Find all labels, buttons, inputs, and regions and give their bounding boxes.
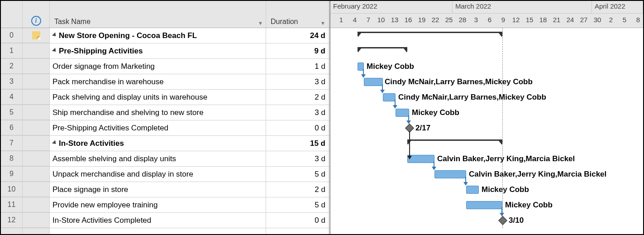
row-index[interactable]: 10 bbox=[1, 182, 23, 197]
link-arrow-icon bbox=[463, 177, 469, 186]
day-label: 27 bbox=[577, 16, 590, 24]
table-row[interactable]: 5Ship merchandise and shelving to new st… bbox=[1, 105, 329, 120]
table-row[interactable]: 11Provide new employee training5 d bbox=[1, 197, 329, 213]
duration-cell[interactable]: 5 d bbox=[266, 197, 329, 212]
row-index[interactable]: 7 bbox=[1, 136, 23, 151]
table-row[interactable]: 1Pre-Shipping Activities9 d bbox=[1, 43, 329, 59]
expander-icon[interactable] bbox=[52, 48, 57, 53]
task-name-header-label: Task Name bbox=[54, 18, 91, 26]
row-index[interactable]: 8 bbox=[1, 151, 23, 166]
day-label: 9 bbox=[497, 16, 510, 24]
duration-cell[interactable]: 15 d bbox=[266, 136, 329, 151]
day-label: 6 bbox=[483, 16, 496, 24]
task-name-label: Pack merchandise in warehouse bbox=[52, 77, 164, 86]
indicator-header[interactable]: i bbox=[23, 1, 50, 28]
month-label: March 2022 bbox=[453, 1, 592, 13]
duration-header[interactable]: Duration ▼ bbox=[266, 1, 329, 28]
milestone-label: 2/17 bbox=[415, 124, 430, 133]
row-index[interactable]: 5 bbox=[1, 105, 23, 120]
day-label: 8 bbox=[632, 16, 644, 24]
duration-cell[interactable]: 3 d bbox=[266, 74, 329, 89]
dropdown-icon[interactable]: ▼ bbox=[258, 20, 263, 26]
day-label: 13 bbox=[388, 16, 401, 24]
indicator-cell bbox=[23, 90, 50, 105]
table-row[interactable]: 8Assemble shelving and display units3 d bbox=[1, 151, 329, 167]
row-index[interactable]: 11 bbox=[1, 197, 23, 212]
duration-cell[interactable]: 0 d bbox=[266, 213, 329, 228]
row-index[interactable]: 1 bbox=[1, 43, 23, 58]
day-label: 15 bbox=[523, 16, 536, 24]
duration-cell[interactable]: 9 d bbox=[266, 43, 329, 58]
task-bar[interactable] bbox=[466, 186, 479, 194]
expander-icon[interactable] bbox=[52, 32, 57, 38]
day-label: 4 bbox=[348, 16, 361, 24]
task-name-header[interactable]: Task Name ▼ bbox=[50, 1, 266, 28]
table-row[interactable]: 10Place signage in store2 d bbox=[1, 182, 329, 197]
table-row[interactable]: 9Unpack merchandise and display in store… bbox=[1, 167, 329, 182]
gantt-chart[interactable]: February 2022March 2022April 2022 147101… bbox=[330, 1, 643, 234]
table-row[interactable]: 2Order signage from Marketing1 d bbox=[1, 59, 329, 74]
indicator-cell bbox=[23, 197, 50, 212]
row-index[interactable]: 4 bbox=[1, 90, 23, 105]
indicator-cell bbox=[23, 74, 50, 89]
day-label: 7 bbox=[362, 16, 375, 24]
table-row[interactable]: 0New Store Opening - Cocoa Beach FL24 d bbox=[1, 28, 329, 43]
duration-cell[interactable]: 3 d bbox=[266, 151, 329, 166]
table-row[interactable]: 3Pack merchandise in warehouse3 d bbox=[1, 74, 329, 90]
task-name-cell[interactable]: Provide new employee training bbox=[50, 197, 266, 212]
table-row[interactable]: 4Pack shelving and display units in ware… bbox=[1, 90, 329, 105]
summary-bar[interactable] bbox=[358, 47, 407, 52]
row-index[interactable]: 12 bbox=[1, 213, 23, 228]
task-name-cell[interactable]: Pre-Shipping Activities Completed bbox=[50, 120, 266, 135]
day-label: 28 bbox=[456, 16, 469, 24]
month-label: April 2022 bbox=[592, 1, 643, 13]
task-name-cell[interactable]: Unpack merchandise and display in store bbox=[50, 167, 266, 182]
table-row[interactable]: 6Pre-Shipping Activities Completed0 d bbox=[1, 120, 329, 136]
task-name-cell[interactable]: Pre-Shipping Activities bbox=[50, 43, 266, 58]
task-name-cell[interactable]: Order signage from Marketing bbox=[50, 59, 266, 74]
note-icon bbox=[32, 31, 40, 39]
task-name-cell[interactable]: New Store Opening - Cocoa Beach FL bbox=[50, 28, 266, 43]
row-index[interactable]: 9 bbox=[1, 167, 23, 182]
task-name-cell[interactable]: Ship merchandise and shelving to new sto… bbox=[50, 105, 266, 120]
dropdown-icon[interactable]: ▼ bbox=[320, 20, 325, 26]
task-name-label: New Store Opening - Cocoa Beach FL bbox=[59, 31, 197, 40]
table-row[interactable]: 12In-Store Activities Completed0 d bbox=[1, 213, 329, 228]
row-index[interactable]: 2 bbox=[1, 59, 23, 74]
duration-cell[interactable]: 2 d bbox=[266, 182, 329, 197]
row-index[interactable]: 0 bbox=[1, 28, 23, 43]
resource-label: Mickey Cobb bbox=[412, 108, 459, 117]
expander-icon[interactable] bbox=[52, 140, 57, 145]
task-name-cell[interactable]: Pack shelving and display units in wareh… bbox=[50, 90, 266, 105]
task-name-label: In-Store Activities bbox=[59, 139, 124, 148]
resource-label: Cindy McNair,Larry Barnes,Mickey Cobb bbox=[398, 93, 546, 102]
day-label: 3 bbox=[470, 16, 482, 24]
task-name-cell[interactable]: Place signage in store bbox=[50, 182, 266, 197]
duration-cell[interactable]: 2 d bbox=[266, 90, 329, 105]
task-name-cell[interactable]: In-Store Activities Completed bbox=[50, 213, 266, 228]
duration-cell[interactable]: 0 d bbox=[266, 120, 329, 135]
resource-label: Mickey Cobb bbox=[482, 185, 529, 194]
duration-cell[interactable]: 5 d bbox=[266, 167, 329, 182]
task-bar[interactable] bbox=[434, 170, 466, 178]
row-index[interactable]: 3 bbox=[1, 74, 23, 89]
duration-header-label: Duration bbox=[271, 18, 298, 26]
row-index[interactable]: 6 bbox=[1, 120, 23, 135]
task-name-cell[interactable]: Pack merchandise in warehouse bbox=[50, 74, 266, 89]
link-arrow-icon bbox=[393, 100, 398, 109]
summary-bar[interactable] bbox=[407, 139, 502, 144]
link-arrow-icon bbox=[380, 84, 386, 93]
summary-bar[interactable] bbox=[358, 32, 502, 36]
task-name-cell[interactable]: Assemble shelving and display units bbox=[50, 151, 266, 166]
row-index-header[interactable] bbox=[1, 1, 23, 28]
day-label: 19 bbox=[415, 16, 428, 24]
task-name-cell[interactable]: In-Store Activities bbox=[50, 136, 266, 151]
duration-cell[interactable]: 1 d bbox=[266, 59, 329, 74]
task-bar[interactable] bbox=[466, 201, 502, 209]
duration-cell[interactable]: 24 d bbox=[266, 28, 329, 43]
indicator-cell bbox=[23, 151, 50, 166]
day-label: 22 bbox=[429, 16, 442, 24]
duration-cell[interactable]: 3 d bbox=[266, 105, 329, 120]
milestone-icon[interactable] bbox=[498, 216, 507, 225]
table-row[interactable]: 7In-Store Activities15 d bbox=[1, 136, 329, 151]
